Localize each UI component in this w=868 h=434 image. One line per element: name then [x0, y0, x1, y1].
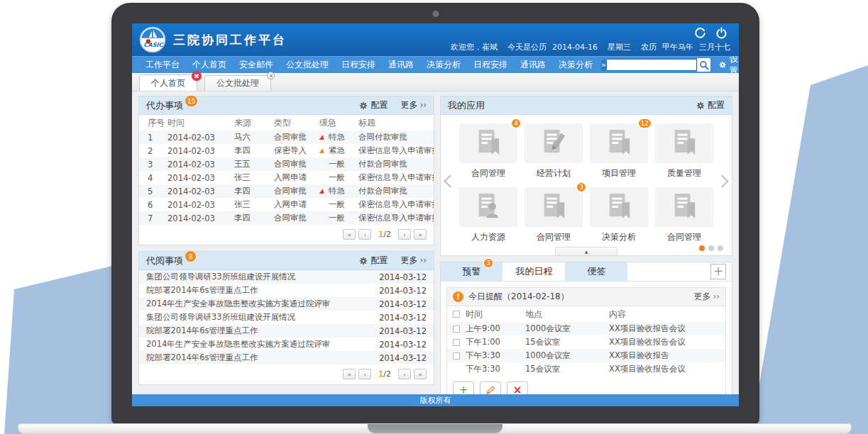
- last-page-button[interactable]: [414, 369, 427, 379]
- prev-page-button[interactable]: [358, 229, 371, 240]
- schedule-rows: 上午9:00 1000会议室 XX项目验收报告会议 下午1:00 15会议室 X…: [447, 322, 725, 376]
- item-date: 2014-03-12: [379, 286, 427, 296]
- table-row[interactable]: 5 2014-02-03 李四 合同审批 特急 付款合同审批: [139, 184, 434, 198]
- table-row[interactable]: 3 2014-02-03 王五 合同审批 一般 付款合同审批: [139, 157, 434, 171]
- list-item[interactable]: 院部署2014年6s管理重点工作 2014-03-12: [139, 284, 434, 297]
- cell-time: 下午3:30: [466, 364, 525, 374]
- list-item[interactable]: 院部署2014年6s管理重点工作 2014-03-12: [139, 351, 434, 365]
- main-nav: 工作平台个人首页安全邮件公文批处理日程安排通讯路决策分析日程安排通讯路决策分析 …: [132, 56, 739, 73]
- first-page-button[interactable]: [343, 229, 356, 240]
- panel-title: 代阅事项: [146, 255, 183, 267]
- app-doc-icon: [538, 129, 569, 158]
- schedule-tab[interactable]: 预警 3: [441, 262, 503, 281]
- row-checkbox[interactable]: [453, 352, 460, 360]
- tab-close-badge-icon[interactable]: [192, 71, 202, 81]
- list-item[interactable]: 集团公司领导调研33所班组建设开展情况 2014-03-12: [139, 311, 434, 324]
- prev-page-button[interactable]: [358, 369, 371, 379]
- config-button[interactable]: 配置: [359, 255, 388, 267]
- item-title: 集团公司领导调研33所班组建设开展情况: [146, 312, 373, 323]
- table-row[interactable]: 6 2014-02-03 张三 入网申请 一般 保密信息导入申请审批: [139, 198, 434, 211]
- nav-item[interactable]: 日程安排: [467, 59, 514, 71]
- power-icon[interactable]: [715, 27, 727, 39]
- nav-item[interactable]: 决策分析: [420, 59, 467, 71]
- row-checkbox[interactable]: [453, 326, 460, 333]
- schedule-panel: 预警 3 我的日程 便签 +: [440, 262, 732, 406]
- app-tile[interactable]: 经营计划: [524, 123, 583, 177]
- nav-item[interactable]: 通讯路: [382, 59, 420, 71]
- schedule-tab[interactable]: 便签: [566, 262, 628, 281]
- config-button[interactable]: 配置: [696, 99, 725, 111]
- list-item[interactable]: 2014年生产安全事故隐患整改实施方案通过院评审 2014-03-12: [139, 297, 434, 311]
- table-row[interactable]: 下午3:30 1000会议室 XX项目验收报告: [447, 349, 725, 362]
- add-note-button[interactable]: +: [710, 264, 726, 279]
- next-page-button[interactable]: [398, 229, 411, 240]
- nav-item[interactable]: 公文批处理: [280, 59, 335, 71]
- carousel-dot[interactable]: [699, 245, 705, 251]
- cell-content: XX项目验收报告会议: [609, 323, 720, 334]
- nav-item[interactable]: 工作平台: [139, 59, 186, 71]
- tab-document-batch[interactable]: 公文批处理: [204, 75, 271, 91]
- app-tile[interactable]: 4: [459, 123, 517, 177]
- nav-item[interactable]: 安全邮件: [233, 59, 280, 71]
- app-tile[interactable]: 决策分析: [590, 187, 648, 241]
- table-row[interactable]: 2 2014-02-03 李四 保密导入 紧急 保密信息导入申请审批: [139, 144, 434, 157]
- carousel-dot[interactable]: [718, 245, 723, 251]
- app-tile[interactable]: 人力资源: [459, 187, 517, 241]
- carousel-dots: [699, 245, 723, 251]
- more-button[interactable]: 更多: [400, 99, 427, 111]
- table-row[interactable]: 下午1:00 15会议室 XX项目验收报告会议: [447, 335, 725, 349]
- search-icon[interactable]: [697, 58, 711, 72]
- cell-no: 2: [148, 146, 167, 156]
- carousel-left-icon[interactable]: [444, 174, 456, 187]
- row-checkbox[interactable]: [453, 339, 460, 346]
- carousel-dot[interactable]: [708, 245, 714, 251]
- table-row[interactable]: 1 2014-02-03 马六 合同审批 特急 合同付款审批: [139, 130, 434, 144]
- more-button[interactable]: 更多: [693, 291, 720, 303]
- app-tile[interactable]: 质量管理: [655, 123, 713, 177]
- config-button[interactable]: 配置: [359, 99, 388, 111]
- item-date: 2014-03-12: [379, 326, 427, 336]
- nav-item[interactable]: 日程安排: [335, 59, 382, 71]
- page-tabbar: 个人首页 公文批处理: [132, 73, 739, 91]
- app-tile[interactable]: 合同管理: [655, 187, 713, 241]
- schedule-tab[interactable]: 我的日程: [503, 262, 566, 281]
- app-tile[interactable]: 12: [590, 123, 648, 177]
- item-date: 2014-03-12: [379, 353, 427, 363]
- nav-item[interactable]: 通讯路: [514, 59, 552, 71]
- table-row[interactable]: 下午3:30 15会议室 XX项目验收报告会议: [447, 362, 725, 376]
- total-pages: 2: [386, 369, 391, 379]
- nav-item[interactable]: 决策分析: [552, 59, 599, 71]
- app-tile[interactable]: 3: [524, 187, 583, 241]
- more-button[interactable]: 更多: [400, 255, 427, 267]
- next-page-button[interactable]: [398, 369, 411, 379]
- list-item[interactable]: 集团公司领导调研33所班组建设开展情况 2014-03-12: [139, 270, 434, 284]
- panel-title: 我的应用: [448, 99, 485, 112]
- refresh-icon[interactable]: [694, 27, 706, 39]
- carousel-right-icon[interactable]: [715, 174, 728, 187]
- app-count-badge: 4: [510, 118, 522, 129]
- last-page-button[interactable]: [414, 229, 427, 240]
- list-item[interactable]: 院部署2014年6s管理重点工作 2014-03-12: [139, 324, 434, 338]
- table-row[interactable]: 上午9:00 1000会议室 XX项目验收报告会议: [447, 322, 725, 335]
- nav-more-button[interactable]: »: [601, 60, 606, 71]
- cell-type: 入网申请: [274, 199, 319, 210]
- table-row[interactable]: 4 2014-02-03 张三 入网申请 一般 保密信息导入申请审批: [139, 171, 434, 184]
- cell-no: 5: [148, 187, 167, 196]
- first-page-button[interactable]: [343, 369, 356, 379]
- tab-close-icon[interactable]: [267, 72, 275, 79]
- laptop-hinge-notch: [368, 424, 502, 433]
- select-all-checkbox[interactable]: [453, 311, 460, 318]
- cell-time: 下午1:00: [466, 337, 525, 347]
- tab-label: 便签: [588, 265, 606, 278]
- app-footer: 版权所有: [132, 394, 739, 406]
- item-title: 2014年生产安全事故隐患整改实施方案通过院评审: [146, 339, 373, 350]
- schedule-tabbar: 预警 3 我的日程 便签 +: [441, 262, 732, 282]
- list-item[interactable]: 2014年生产安全事故隐患整改实施方案通过院评审 2014-03-12: [139, 338, 434, 351]
- tab-personal-home[interactable]: 个人首页: [139, 74, 197, 91]
- collapse-button[interactable]: [555, 247, 617, 255]
- table-row[interactable]: 7 2014-02-03 李四 合同审批 一般 保密信息导入申请审批: [139, 211, 434, 225]
- nav-item[interactable]: 个人首页: [186, 59, 233, 71]
- search-input[interactable]: [606, 59, 697, 71]
- apps-panel-header: 我的应用 配置: [441, 96, 732, 115]
- app-label: 合同管理: [524, 231, 583, 241]
